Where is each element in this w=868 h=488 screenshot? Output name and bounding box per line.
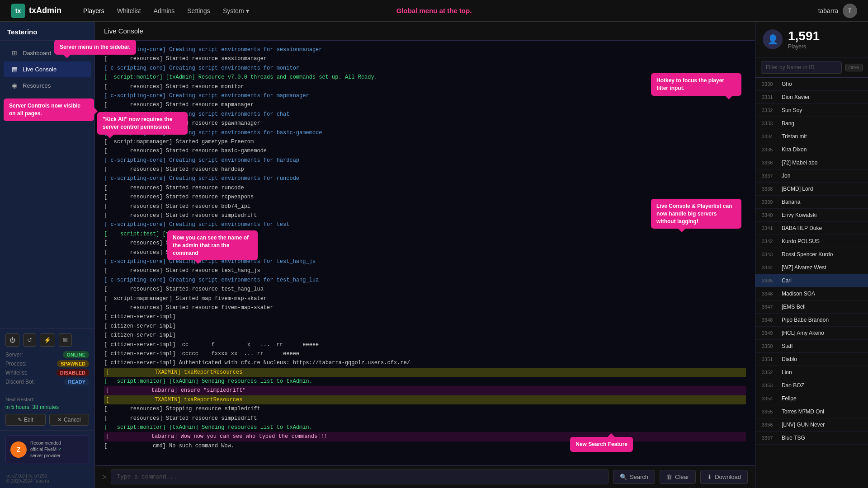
- nav-players[interactable]: Players: [83, 5, 104, 16]
- server-name: Testerino: [0, 22, 94, 41]
- sidebar-item-resources[interactable]: ◉ Resources: [4, 78, 91, 93]
- player-name: Sun Soy: [782, 107, 862, 113]
- console-download-button[interactable]: ⬇ Download: [700, 470, 748, 484]
- player-list-item[interactable]: 3347 [EMS Bell: [755, 300, 868, 314]
- player-id: 3351: [762, 357, 778, 362]
- player-list-item[interactable]: 3349 [HCL] Amy Akeno: [755, 327, 868, 340]
- console-line: [ c-scripting-core] Creating script envi…: [104, 91, 746, 100]
- player-list-item[interactable]: 3353 Dan BOZ: [755, 379, 868, 392]
- user-avatar[interactable]: T: [843, 4, 857, 18]
- ctrl-btn-stop[interactable]: ⏻: [5, 333, 19, 347]
- console-clear-button[interactable]: 🗑 Clear: [660, 470, 696, 484]
- whitelist-status-badge: DISABLED: [57, 369, 89, 376]
- player-list-item[interactable]: 3330 Gho: [755, 78, 868, 91]
- console-line: [ citizen-server-impl] Authenticated wit…: [104, 358, 746, 367]
- player-list-item[interactable]: 3335 Kira Dixon: [755, 143, 868, 156]
- sidebar-item-label: Live Console: [23, 66, 57, 73]
- player-list-item[interactable]: 3355 Torres M7MD Oni: [755, 405, 868, 418]
- player-list-item[interactable]: 3357 Blue TSG: [755, 432, 868, 445]
- player-list-item[interactable]: 3351 Diablo: [755, 353, 868, 366]
- player-list-item[interactable]: 3343 Rossi Spencer Kurdo: [755, 248, 868, 261]
- player-list-item[interactable]: 3338 [BCMD] Lord: [755, 183, 868, 196]
- sidebar-item-label: Dashboard: [23, 50, 52, 56]
- console-line: [ c-scripting-core] Creating script envi…: [104, 174, 746, 183]
- sidebar-item-server-log[interactable]: ◎ Server Log: [4, 94, 91, 109]
- nav-whitelist[interactable]: Whitelist: [117, 5, 141, 16]
- console-line: [ resources] Started resource simpledrif…: [104, 414, 746, 423]
- nav-system[interactable]: System ▾: [223, 5, 249, 16]
- console-output: [ c-scripting-core] Creating script envi…: [95, 41, 755, 465]
- player-name: [LNV] GUN Never: [782, 422, 862, 428]
- player-name: Jon: [782, 173, 862, 179]
- player-count-info: 1,591 Players: [788, 29, 820, 50]
- console-line: [ c-scripting-core] Creating script envi…: [104, 257, 746, 266]
- console-line: [ resources] Started resource mapmanager: [104, 100, 746, 109]
- console-search-button[interactable]: 🔍 Search: [613, 470, 655, 484]
- console-input[interactable]: [111, 469, 609, 484]
- player-search-row: ctrl+k: [755, 57, 868, 78]
- player-list-item[interactable]: 3342 Kurdo POLSUS: [755, 235, 868, 248]
- player-count: 1,591: [788, 29, 820, 43]
- process-label: Process:: [5, 361, 27, 367]
- zap-logo: Z: [10, 441, 27, 458]
- trash-icon: 🗑: [666, 474, 672, 480]
- discord-status-badge: READY: [64, 378, 89, 385]
- nav-settings[interactable]: Settings: [187, 5, 210, 16]
- global-menu-annotation: Global menu at the top.: [396, 7, 472, 14]
- player-filter-input[interactable]: [761, 61, 842, 74]
- player-id: 3335: [762, 147, 778, 152]
- ctrl-btn-kick-all[interactable]: ⚡: [40, 333, 55, 347]
- zap-banner[interactable]: Z Recommended official FiveM ✓ server pr…: [5, 435, 89, 464]
- player-list-item[interactable]: 3333 Bang: [755, 117, 868, 130]
- player-id: 3332: [762, 108, 778, 113]
- player-list-item[interactable]: 3354 Felipe: [755, 392, 868, 405]
- console-line: [ resources] Started resource rcpweapons: [104, 192, 746, 202]
- player-list-item[interactable]: 3340 Envy Kowalski: [755, 209, 868, 222]
- console-line: [ resources] Started resource simpledrif…: [104, 211, 746, 220]
- player-id: 3346: [762, 291, 778, 296]
- player-list-item[interactable]: 3341 BABA HLP Duke: [755, 222, 868, 235]
- whitelist-status-row: Whitelist: DISABLED: [5, 369, 89, 376]
- sidebar-item-live-console[interactable]: ▤ Live Console: [4, 61, 91, 77]
- player-list-item[interactable]: 3344 [WZ] Alvarez West: [755, 261, 868, 274]
- restart-actions: ✎ Edit ✕ Cancel: [5, 414, 89, 426]
- player-list-item[interactable]: 3356 [LNV] GUN Never: [755, 418, 868, 432]
- player-name: [BCMD] Lord: [782, 186, 862, 192]
- console-line: [ resources] Started resource runcode: [104, 183, 746, 192]
- logo-text: txAdmin: [29, 6, 61, 15]
- nav-admins[interactable]: Admins: [154, 5, 175, 16]
- app-logo[interactable]: tx txAdmin: [11, 4, 61, 18]
- ctrl-btn-restart[interactable]: ↺: [23, 333, 36, 347]
- player-name: Staff: [782, 343, 862, 349]
- console-line: [ resources] Started resource test_hang_…: [104, 266, 746, 275]
- cancel-restart-button[interactable]: ✕ Cancel: [49, 414, 90, 426]
- player-count-area: 👤 1,591 Players: [755, 22, 868, 57]
- player-id: 3354: [762, 396, 778, 401]
- next-restart-section: Next Restart: in 5 hours, 38 minutes ✎ E…: [0, 392, 94, 431]
- player-panel: 👤 1,591 Players ctrl+k 3330 Gho 3331 Dio…: [755, 22, 868, 488]
- edit-restart-button[interactable]: ✎ Edit: [5, 414, 46, 426]
- console-line: [ c-scripting-core] Creating script envi…: [104, 64, 746, 73]
- player-list-item[interactable]: 3337 Jon: [755, 169, 868, 183]
- player-list-item[interactable]: 3339 Banana: [755, 196, 868, 209]
- console-line: [ citizen-server-impl] ccccc fxxxx xx ..…: [104, 349, 746, 358]
- console-icon: ▤: [11, 66, 18, 73]
- player-list-item[interactable]: 3350 Staff: [755, 340, 868, 353]
- player-list-item[interactable]: 3336 [72] Mabel abo: [755, 156, 868, 169]
- player-name: Tristan mit: [782, 133, 862, 140]
- sidebar-item-dashboard[interactable]: ⊞ Dashboard: [4, 45, 91, 61]
- player-name: [HCL] Amy Akeno: [782, 330, 862, 336]
- console-line: [ resources] Started resource test_hang_…: [104, 285, 746, 294]
- player-list-item[interactable]: 3334 Tristan mit: [755, 130, 868, 143]
- console-line: [ c-scripting-core] Creating script envi…: [104, 156, 746, 165]
- player-list-item[interactable]: 3332 Sun Soy: [755, 104, 868, 117]
- console-input-bar: > 🔍 Search 🗑 Clear ⬇ Download: [95, 465, 755, 488]
- player-list-item[interactable]: 3345 Carl: [755, 274, 868, 287]
- logo-icon: tx: [11, 4, 25, 18]
- player-list-item[interactable]: 3331 Dion Xavier: [755, 91, 868, 104]
- player-list-item[interactable]: 3346 Madison SOA: [755, 287, 868, 300]
- player-name: Kira Dixon: [782, 146, 862, 153]
- player-list-item[interactable]: 3348 Pipo Babe Brandon: [755, 314, 868, 327]
- player-list-item[interactable]: 3352 Lion: [755, 366, 868, 379]
- ctrl-btn-chat[interactable]: ✉: [59, 333, 72, 347]
